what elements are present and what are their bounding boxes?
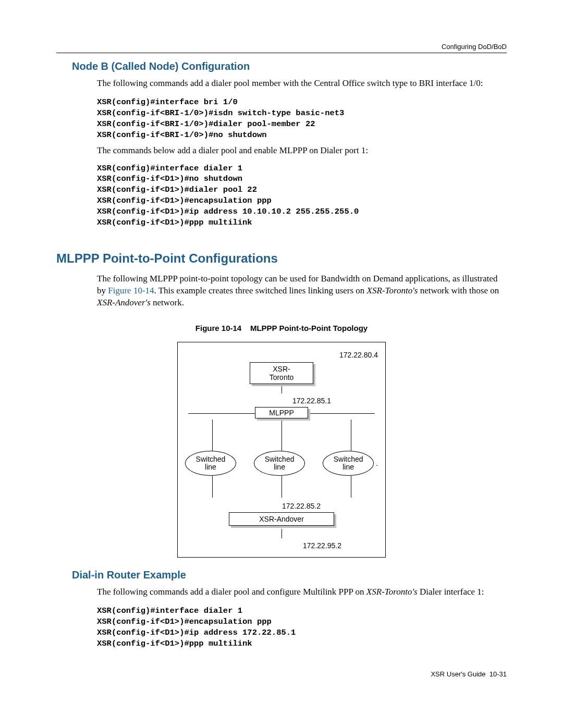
page: Configuring DoD/BoD Node B (Called Node)… <box>0 0 563 709</box>
connector-line <box>282 384 282 393</box>
label: Switched <box>254 455 304 463</box>
header-section: Configuring DoD/BoD <box>56 43 507 51</box>
heading-dialin: Dial-in Router Example <box>72 569 507 581</box>
heading-mlppp: MLPPP Point-to-Point Configurations <box>56 251 507 266</box>
connector-lines <box>185 419 378 451</box>
figure-wrap: 172.22.80.4 XSR- Toronto 172.22.85.1 MLP… <box>56 342 507 558</box>
paragraph: The following MLPPP point-to-point topol… <box>97 273 507 309</box>
ellipsis-dot: . <box>376 459 378 467</box>
switched-line: Switched line <box>323 451 374 476</box>
paragraph: The following commands add a dialer pool… <box>97 586 507 598</box>
text: Dialer interface 1: <box>418 587 484 597</box>
node-label: Toronto <box>270 373 294 381</box>
switched-line: Switched line <box>254 451 305 476</box>
gap <box>241 324 250 332</box>
figure: 172.22.80.4 XSR- Toronto 172.22.85.1 MLP… <box>177 342 386 558</box>
connector-lines <box>185 476 378 498</box>
paragraph: The following commands add a dialer pool… <box>97 78 507 90</box>
footer: XSR User's Guide 10-31 <box>56 670 507 678</box>
node-label: XSR- <box>273 365 290 373</box>
text: The following commands add a dialer pool… <box>97 587 366 597</box>
switched-line: Switched line <box>185 451 236 476</box>
code-block: XSR(config)#interface dialer 1 XSR(confi… <box>97 606 507 649</box>
text-italic: XSR-Toronto's <box>366 587 418 597</box>
node-xsr-andover: XSR-Andover <box>229 512 334 526</box>
text-italic: XSR-Andover's <box>97 298 151 307</box>
text-italic: XSR-Toronto's <box>367 286 418 295</box>
mlppp-box: MLPPP <box>255 407 308 418</box>
vertical-line <box>282 476 282 498</box>
heading-node-b: Node B (Called Node) Configuration <box>72 60 507 72</box>
node-xsr-toronto: XSR- Toronto <box>250 362 313 384</box>
vertical-line <box>212 476 213 498</box>
text: . This example creates three switched li… <box>154 286 367 295</box>
label: Switched <box>186 455 236 463</box>
vertical-line <box>351 476 351 498</box>
paragraph: The commands below add a dialer pool and… <box>97 145 507 157</box>
code-block: XSR(config)#interface dialer 1 XSR(confi… <box>97 163 507 229</box>
vertical-line <box>212 419 213 451</box>
text: network with those on <box>418 286 499 295</box>
label: line <box>323 463 373 471</box>
label: line <box>254 463 304 471</box>
figure-link[interactable]: Figure 10-14 <box>108 286 154 295</box>
footer-page: 10-31 <box>489 670 507 678</box>
figure-caption: Figure 10-14 MLPPP Point-to-Point Topolo… <box>56 324 507 332</box>
figure-title: MLPPP Point-to-Point Topology <box>250 324 368 332</box>
vertical-line <box>351 419 351 451</box>
vertical-line <box>282 419 282 451</box>
mlppp-row: MLPPP <box>185 407 378 419</box>
ip-label: 172.22.85.1 <box>185 397 378 405</box>
ip-label: 172.22.95.2 <box>185 541 378 550</box>
label: line <box>186 463 236 471</box>
connector-line <box>282 529 282 538</box>
label: Switched <box>323 455 373 463</box>
switched-lines-row: Switched line Switched line Switched lin… <box>185 451 378 476</box>
footer-guide: XSR User's Guide <box>431 670 485 678</box>
header-rule <box>56 53 507 53</box>
ip-label: 172.22.80.4 <box>185 351 378 359</box>
ip-label: 172.22.85.2 <box>185 502 378 510</box>
code-block: XSR(config)#interface bri 1/0 XSR(config… <box>97 97 507 141</box>
gap <box>486 670 489 678</box>
text: network. <box>151 298 184 307</box>
figure-number: Figure 10-14 <box>195 324 241 332</box>
